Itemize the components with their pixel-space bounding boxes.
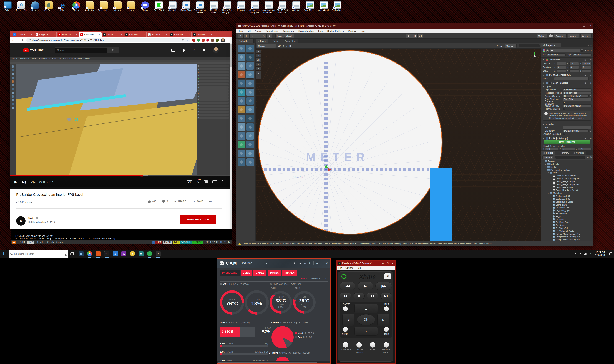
minimize-button[interactable]: ─ — [316, 262, 318, 265]
taskbar-clock[interactable]: 12:24 PM 12/2/2018 — [595, 251, 605, 257]
new-tab-button[interactable]: + — [216, 32, 218, 36]
step-button[interactable]: ▶▮ — [418, 34, 423, 38]
menu-item[interactable]: Edit — [247, 30, 251, 32]
layer-dropdown[interactable]: Default — [573, 53, 591, 56]
cam-tab[interactable]: GAMES — [253, 270, 266, 276]
desktop-icon[interactable]: ↗ Model 3 Owners... — [207, 0, 221, 13]
desktop-icon[interactable]: ↗ Cal Braun — [42, 0, 56, 13]
expand-arrow[interactable]: ▶ — [545, 166, 547, 168]
taskbar-app-button[interactable] — [154, 250, 162, 258]
account-avatar[interactable] — [213, 47, 219, 53]
minimize-button[interactable]: ─ — [382, 262, 384, 265]
tool-button[interactable]: ▭ — [255, 34, 261, 38]
play-button[interactable]: ▶ — [14, 180, 17, 184]
desktop-icon[interactable]: ↗ Recycle Bin — [14, 0, 28, 13]
menu-item[interactable]: File — [339, 267, 342, 269]
project-search-input[interactable] — [555, 156, 586, 159]
project-tree-item[interactable]: PolygonMinis_Fantasy_01 — [541, 232, 593, 235]
scene-visibility-icon[interactable]: ☰ — [500, 44, 503, 47]
channel-avatar[interactable]: ◆ — [16, 216, 26, 225]
desktop-icon[interactable]: ↗ SuperMario... — [303, 0, 317, 13]
rotation-y[interactable]: 0 — [569, 66, 579, 69]
desktop-icon[interactable]: ↗ mario-4-2.gif — [317, 0, 331, 13]
start-button[interactable] — [0, 250, 9, 258]
chrome-menu-icon[interactable]: ⋮ — [227, 39, 230, 42]
desktop-icon[interactable]: ↗ Network — [28, 0, 42, 13]
cam-view-option[interactable]: BASIC — [301, 277, 308, 280]
channel-name[interactable]: Unity✓ — [28, 217, 38, 220]
settings-gear-icon[interactable]: ✳HD — [196, 180, 199, 184]
desktop-icon[interactable]: ↗ electricwra... — [289, 0, 303, 13]
favorites-icon[interactable]: ◩ — [587, 156, 589, 158]
project-tree-item[interactable]: FX_WaterFall — [541, 227, 593, 230]
global-toggle[interactable]: Global — [284, 34, 294, 38]
stop-button[interactable] — [353, 293, 365, 299]
probuilder-tool-button[interactable] — [237, 62, 245, 70]
cam-view-option[interactable]: ADVANCED — [311, 277, 322, 280]
expand-arrow[interactable]: ▼ — [545, 169, 547, 171]
dislike-button[interactable]: 6 — [162, 200, 168, 203]
menu-item[interactable]: File — [239, 30, 243, 32]
extension-icon[interactable] — [216, 39, 219, 41]
tag-dropdown[interactable]: Untagged — [547, 53, 566, 56]
probuilder-tool-button[interactable] — [237, 71, 245, 78]
project-tree-item[interactable]: Demo_Cube_FloatingPort — [541, 177, 593, 180]
cam-horizontal-scrollbar[interactable] — [217, 361, 330, 363]
settings-gear-icon[interactable]: ✳ — [309, 262, 311, 265]
probuilder-tool-button[interactable] — [246, 97, 254, 105]
menu-button[interactable] — [343, 327, 348, 332]
left-button[interactable]: ◀ — [342, 314, 354, 326]
cam-tab[interactable]: DASHBOARD — [220, 270, 239, 276]
play-button[interactable]: ▶ — [406, 34, 412, 38]
desktop-icon[interactable]: ↗ Development — [97, 0, 111, 13]
probuilder-tool-button[interactable] — [246, 115, 254, 122]
right-button[interactable]: ▶ — [377, 314, 390, 326]
down-button[interactable]: ▼ — [354, 327, 378, 336]
position-x[interactable]: — — [557, 62, 566, 65]
minimize-button[interactable]: ─ — [577, 25, 579, 27]
reload-button[interactable]: ↻ — [22, 38, 24, 42]
fullscreen-button[interactable] — [222, 180, 225, 183]
project-tree-item[interactable]: Demo_Hex_Example — [541, 180, 593, 183]
taskbar-search-input[interactable] — [14, 252, 64, 255]
desktop-icon[interactable]: ↗ Chrome — [69, 0, 83, 13]
dynamic-occluded-checkbox[interactable] — [563, 133, 565, 135]
tab-close-icon[interactable]: ✕ — [76, 33, 78, 36]
gizmos-dropdown[interactable]: Gizmos — [505, 44, 517, 48]
save-button[interactable]: ≡+SAVE — [192, 200, 203, 203]
rewind-button[interactable]: ◀◀ — [340, 282, 355, 290]
video-player[interactable]: Unity 2017.1.0f3 (64bit) - Untitled - Pr… — [10, 57, 230, 190]
apps-grid-icon[interactable] — [183, 49, 186, 52]
dock-tab[interactable]: ▤Console — [571, 151, 586, 155]
probuilder-tool-button[interactable] — [246, 88, 254, 96]
mesh-field[interactable]: — — [554, 77, 589, 80]
close-button[interactable]: ✕ — [326, 262, 328, 265]
terminal-window[interactable]: uid "\001\000\024\321\352\\221"; set ven… — [11, 229, 232, 244]
name-field[interactable]: — — [550, 49, 580, 52]
power-button[interactable] — [341, 274, 346, 279]
tab-close-icon[interactable]: ✕ — [143, 33, 145, 36]
layers-dropdown[interactable]: Layers — [568, 34, 579, 38]
probuilder-tool-button[interactable] — [237, 45, 245, 52]
project-tree-item[interactable]: Background_01 — [541, 195, 593, 197]
extension-icon[interactable] — [206, 39, 209, 41]
probuilder-tool-button[interactable] — [237, 106, 245, 114]
menu-item[interactable]: Oculus Avatars — [299, 30, 314, 32]
dark-mode-icon[interactable] — [293, 262, 295, 264]
meter-disc-object[interactable]: METER FORWARD — [258, 51, 442, 234]
position-y[interactable]: 12 — [569, 62, 579, 65]
taskbar-app-button[interactable] — [103, 250, 111, 258]
probuilder-tool-button[interactable] — [246, 45, 254, 52]
project-tree-item[interactable]: Demo_Cube_Example — [541, 174, 593, 177]
menu-item[interactable]: Component — [282, 30, 294, 32]
kodi-titlebar[interactable]: X Kassi - Kodi/XBMC Remote C... ─ ❐ ✕ — [337, 261, 395, 266]
blue-panel-object[interactable] — [430, 168, 452, 241]
miniplayer-button[interactable] — [204, 180, 208, 183]
url-text[interactable]: https://www.youtube.com/watch?time_conti… — [32, 39, 181, 41]
extension-icon[interactable] — [197, 39, 200, 41]
taskbar-app-button[interactable] — [111, 250, 120, 258]
youtube-search-button[interactable] — [107, 47, 119, 53]
guide-menu-icon[interactable] — [15, 49, 18, 52]
pause-button[interactable] — [367, 293, 378, 299]
probuilder-tool-button[interactable] — [237, 79, 245, 87]
